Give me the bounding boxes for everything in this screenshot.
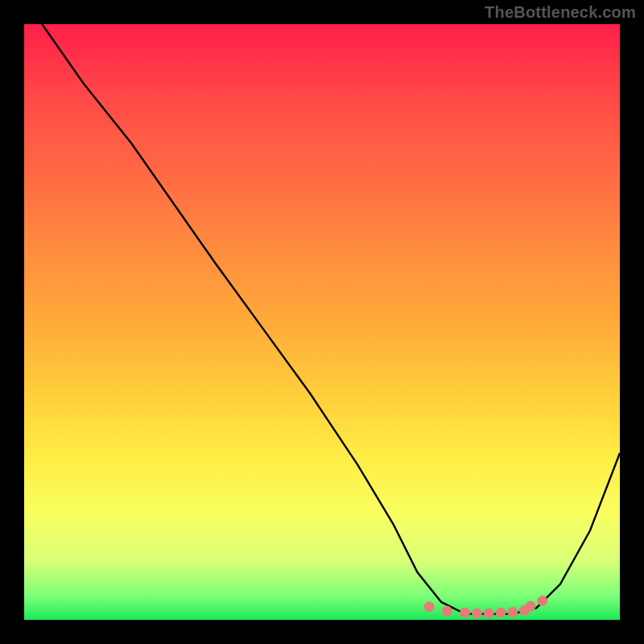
watermark-text: TheBottleneck.com (485, 3, 636, 22)
valley-dot (508, 607, 518, 617)
bottleneck-curve (42, 24, 620, 614)
valley-dot (460, 608, 470, 617)
chart-frame: TheBottleneck.com (0, 0, 644, 644)
valley-dot (496, 608, 506, 617)
valley-dot (442, 606, 452, 616)
valley-dot (526, 601, 535, 611)
valley-dot (484, 609, 493, 618)
plot-area (24, 24, 620, 620)
curve-svg (24, 24, 620, 620)
valley-dot (424, 602, 434, 612)
valley-dot (472, 609, 481, 618)
valley-dots-group (424, 596, 547, 618)
valley-dot (538, 596, 547, 605)
